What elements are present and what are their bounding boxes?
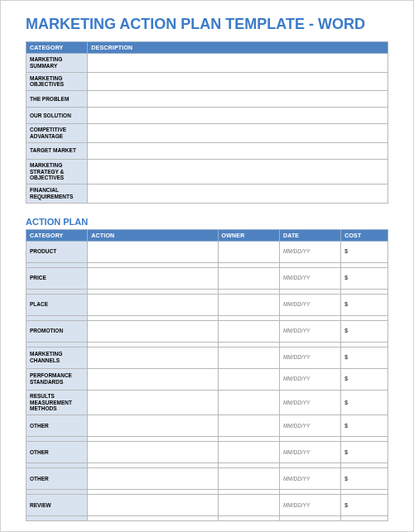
action-plan-header-row: CATEGORY ACTION OWNER DATE COST [26,229,388,241]
table-row: REVIEW MM/DD/YY $ [26,495,388,516]
action-header-category: CATEGORY [26,229,88,241]
overview-category-cell: MARKETING OBJECTIVES [26,72,88,91]
action-date-cell[interactable]: MM/DD/YY [279,267,340,289]
action-action-cell[interactable] [88,267,218,289]
action-category-cell: PLACE [26,294,88,315]
overview-category-cell: TARGET MARKET [26,142,88,159]
action-category-cell: PRICE [26,267,88,289]
table-row: PRODUCT MM/DD/YY $ [26,241,388,262]
table-row: COMPETITIVE ADVANTAGE [26,124,388,143]
action-date-cell[interactable]: MM/DD/YY [279,468,340,490]
action-action-cell[interactable] [88,390,218,415]
action-date-cell[interactable]: MM/DD/YY [279,415,340,437]
overview-header-row: CATEGORY DESCRIPTION [26,42,388,54]
action-category-cell: REVIEW [26,495,88,516]
action-plan-section-title: ACTION PLAN [26,217,388,227]
table-row: RESULTS MEASUREMENT METHODS MM/DD/YY $ [26,390,388,415]
overview-description-cell[interactable] [88,108,388,124]
table-row: MARKETING CHANNELS MM/DD/YY $ [26,347,388,368]
action-owner-cell[interactable] [218,415,279,437]
action-owner-cell[interactable] [218,347,279,368]
table-row: OUR SOLUTION [26,108,388,124]
table-row: MARKETING STRATEGY & OBJECTIVES [26,159,388,184]
overview-description-cell[interactable] [88,54,388,73]
overview-category-cell: MARKETING SUMMARY [26,54,88,73]
action-category-cell: PROMOTION [26,320,88,342]
action-date-cell[interactable]: MM/DD/YY [279,368,340,390]
overview-description-cell[interactable] [88,72,388,91]
table-row: OTHER MM/DD/YY $ [26,415,388,437]
action-cost-cell[interactable]: $ [341,468,388,490]
action-action-cell[interactable] [88,347,218,368]
action-date-cell[interactable]: MM/DD/YY [279,241,340,262]
table-row: PLACE MM/DD/YY $ [26,294,388,315]
action-action-cell[interactable] [88,368,218,390]
action-category-cell: MARKETING CHANNELS [26,347,88,368]
table-row: FINANCIAL REQUIREMENTS [26,185,388,204]
overview-category-cell: THE PROBLEM [26,91,88,108]
action-category-cell: OTHER [26,415,88,437]
table-row: THE PROBLEM [26,91,388,108]
action-action-cell[interactable] [88,294,218,315]
overview-category-cell: FINANCIAL REQUIREMENTS [26,185,88,204]
table-row [26,516,388,521]
table-row: OTHER MM/DD/YY $ [26,442,388,463]
overview-category-cell: MARKETING STRATEGY & OBJECTIVES [26,159,88,184]
action-cost-cell[interactable]: $ [341,442,388,463]
action-action-cell[interactable] [88,241,218,262]
overview-description-cell[interactable] [88,142,388,159]
overview-category-cell: OUR SOLUTION [26,108,88,124]
action-cost-cell[interactable]: $ [341,415,388,437]
action-category-cell: OTHER [26,442,88,463]
action-owner-cell[interactable] [218,468,279,490]
action-date-cell[interactable]: MM/DD/YY [279,495,340,516]
action-owner-cell[interactable] [218,368,279,390]
table-row: MARKETING OBJECTIVES [26,72,388,91]
action-category-cell: OTHER [26,468,88,490]
action-date-cell[interactable]: MM/DD/YY [279,442,340,463]
action-owner-cell[interactable] [218,241,279,262]
action-cost-cell[interactable]: $ [341,241,388,262]
overview-description-cell[interactable] [88,159,388,184]
action-header-owner: OWNER [218,229,279,241]
table-row: OTHER MM/DD/YY $ [26,468,388,490]
action-cost-cell[interactable]: $ [341,320,388,342]
action-action-cell[interactable] [88,320,218,342]
action-action-cell[interactable] [88,468,218,490]
overview-description-cell[interactable] [88,185,388,204]
action-category-cell: PRODUCT [26,241,88,262]
action-cost-cell[interactable]: $ [341,390,388,415]
action-action-cell[interactable] [88,442,218,463]
action-cost-cell[interactable]: $ [341,267,388,289]
table-row: PROMOTION MM/DD/YY $ [26,320,388,342]
action-owner-cell[interactable] [218,267,279,289]
action-category-cell: RESULTS MEASUREMENT METHODS [26,390,88,415]
overview-description-cell[interactable] [88,124,388,143]
action-owner-cell[interactable] [218,390,279,415]
action-plan-table: CATEGORY ACTION OWNER DATE COST PRODUCT … [26,229,388,521]
action-owner-cell[interactable] [218,495,279,516]
table-row: PERFORMANCE STANDARDS MM/DD/YY $ [26,368,388,390]
action-owner-cell[interactable] [218,442,279,463]
action-header-cost: COST [341,229,388,241]
action-header-date: DATE [279,229,340,241]
action-date-cell[interactable]: MM/DD/YY [279,347,340,368]
action-date-cell[interactable]: MM/DD/YY [279,390,340,415]
table-row: TARGET MARKET [26,142,388,159]
action-cost-cell[interactable]: $ [341,294,388,315]
action-date-cell[interactable]: MM/DD/YY [279,320,340,342]
page-title: MARKETING ACTION PLAN TEMPLATE - WORD [26,16,388,33]
action-cost-cell[interactable]: $ [341,368,388,390]
table-row: MARKETING SUMMARY [26,54,388,73]
action-owner-cell[interactable] [218,294,279,315]
overview-description-cell[interactable] [88,91,388,108]
action-date-cell[interactable]: MM/DD/YY [279,294,340,315]
action-category-cell: PERFORMANCE STANDARDS [26,368,88,390]
overview-header-description: DESCRIPTION [88,42,388,54]
action-owner-cell[interactable] [218,320,279,342]
action-cost-cell[interactable]: $ [341,347,388,368]
action-action-cell[interactable] [88,495,218,516]
action-cost-cell[interactable]: $ [341,495,388,516]
action-header-action: ACTION [88,229,218,241]
action-action-cell[interactable] [88,415,218,437]
